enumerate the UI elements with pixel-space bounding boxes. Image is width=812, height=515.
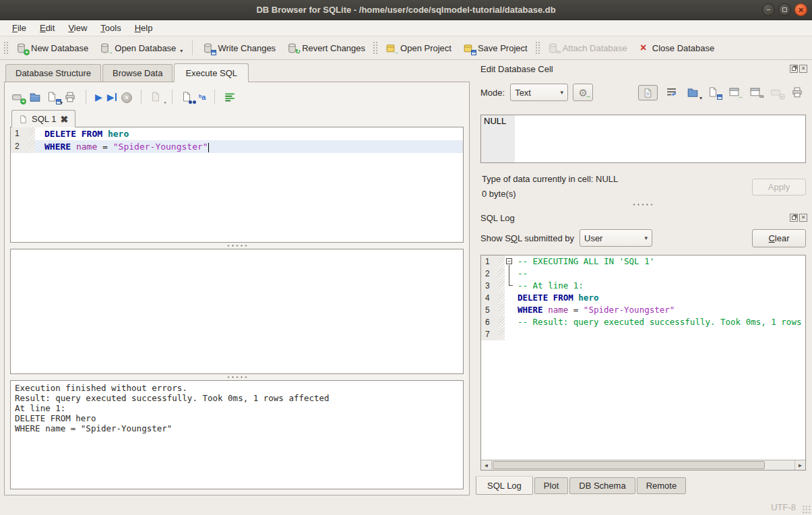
menu-file[interactable]: File: [5, 21, 33, 35]
message-line: WHERE name = "Spider-Youngster": [15, 423, 459, 433]
main-toolbar: + New Database → Open Database ▾ Write C…: [0, 36, 812, 60]
chevron-down-icon: ▾: [644, 235, 648, 241]
execute-current-line-icon[interactable]: ▶: [107, 91, 117, 103]
dock-splitter[interactable]: [474, 203, 812, 206]
maximize-icon: [782, 7, 787, 12]
code-line[interactable]: 5WHERE name = "Spider-Youngster": [481, 304, 805, 316]
tab-database-structure[interactable]: Database Structure: [5, 64, 101, 82]
close-button[interactable]: ×: [794, 3, 807, 16]
toolbar-grip[interactable]: [535, 41, 540, 55]
scroll-left-icon[interactable]: ◀: [481, 460, 492, 470]
close-database-button[interactable]: × Close Database: [633, 40, 720, 56]
open-database-button[interactable]: → Open Database ▾: [94, 40, 188, 57]
attach-database-button[interactable]: ∞ Attach Database: [542, 40, 633, 57]
sql-editor[interactable]: 1DELETE FROM hero2WHERE name = "Spider-Y…: [10, 127, 464, 243]
open-database-dropdown-caret[interactable]: ▾: [180, 48, 183, 54]
fold-margin: [505, 316, 516, 328]
menu-view[interactable]: View: [61, 21, 94, 35]
menu-tools[interactable]: Tools: [94, 21, 127, 35]
close-panel-icon[interactable]: ✕: [799, 214, 807, 222]
apply-button[interactable]: Apply: [752, 179, 806, 195]
toolbar-grip[interactable]: [3, 41, 8, 55]
code-text: WHERE name = "Spider-Youngster": [516, 304, 805, 316]
text-cursor: [208, 143, 210, 152]
save-sql-file-icon[interactable]: ▾: [46, 91, 59, 103]
close-panel-icon[interactable]: ✕: [799, 65, 807, 73]
format-sql-icon[interactable]: ᵇa: [199, 91, 206, 103]
auto-format-icon[interactable]: [224, 91, 237, 103]
new-sql-tab-icon[interactable]: +: [11, 91, 24, 103]
scrollbar-thumb[interactable]: [493, 461, 765, 469]
fold-margin: [505, 328, 516, 340]
minimize-button[interactable]: −: [762, 3, 775, 16]
project-open-icon: →: [385, 42, 397, 54]
code-line[interactable]: 7: [481, 328, 805, 340]
code-line[interactable]: 2WHERE name = "Spider-Youngster": [11, 140, 463, 153]
clear-log-button[interactable]: Clear: [752, 229, 806, 247]
cell-size-info: 0 byte(s): [482, 189, 516, 199]
code-text: [516, 328, 805, 340]
code-line[interactable]: 3-- At line 1:: [481, 280, 805, 292]
new-database-button[interactable]: + New Database: [10, 40, 94, 57]
menu-bar: File Edit View Tools Help: [0, 20, 812, 36]
close-sql-tab-icon[interactable]: ✖: [60, 115, 68, 123]
sql-log-title: SQL Log: [480, 213, 515, 223]
float-panel-icon[interactable]: [790, 214, 798, 222]
tab-browse-data[interactable]: Browse Data: [102, 64, 173, 82]
resize-grip[interactable]: [802, 505, 811, 514]
menu-edit[interactable]: Edit: [33, 21, 61, 35]
print-sql-icon[interactable]: [64, 91, 77, 103]
log-horizontal-scrollbar[interactable]: ◀ ▶: [481, 460, 805, 470]
open-sql-file-icon[interactable]: [29, 91, 42, 103]
export-file-icon[interactable]: [708, 86, 720, 98]
toolbar-grip[interactable]: [373, 41, 377, 55]
menu-help[interactable]: Help: [128, 21, 160, 35]
maximize-button[interactable]: [778, 3, 791, 16]
revert-changes-button[interactable]: ↻ Revert Changes: [281, 40, 371, 57]
print-cell-icon[interactable]: [791, 86, 804, 98]
find-replace-icon[interactable]: [181, 91, 194, 103]
import-file-icon[interactable]: ▾: [687, 86, 699, 98]
text-mode-icon[interactable]: [638, 85, 658, 100]
code-line[interactable]: 4DELETE FROM hero: [481, 292, 805, 304]
sql-1-tab[interactable]: SQL 1 ✖: [11, 110, 75, 127]
code-line[interactable]: 1−-- EXECUTING ALL IN 'SQL 1': [481, 255, 805, 268]
tab-db-schema[interactable]: DB Schema: [569, 477, 635, 494]
fold-margin[interactable]: −: [505, 255, 516, 268]
code-line[interactable]: 1DELETE FROM hero: [11, 127, 463, 140]
tab-sql-log[interactable]: SQL Log: [476, 476, 533, 495]
results-grid[interactable]: [10, 249, 464, 374]
mode-label: Mode:: [480, 88, 505, 98]
word-wrap-icon[interactable]: [666, 86, 679, 98]
horizontal-splitter[interactable]: [10, 374, 464, 380]
tab-execute-sql[interactable]: Execute SQL: [174, 63, 249, 82]
tab-remote[interactable]: Remote: [637, 477, 687, 494]
horizontal-splitter[interactable]: [10, 243, 464, 249]
mode-combobox[interactable]: Text ▾: [510, 84, 568, 101]
code-text: -- EXECUTING ALL IN 'SQL 1': [516, 255, 805, 268]
tab-plot[interactable]: Plot: [534, 477, 568, 494]
save-project-button[interactable]: Save Project: [457, 40, 533, 57]
message-line: At line 1:: [15, 403, 459, 413]
execution-message-pane[interactable]: Execution finished without errors.Result…: [10, 380, 464, 489]
line-number: 3: [481, 280, 499, 292]
write-changes-button[interactable]: Write Changes: [197, 40, 281, 57]
edit-cell-title: Edit Database Cell: [480, 64, 553, 74]
code-line[interactable]: 2--: [481, 268, 805, 280]
cell-value-editor[interactable]: NULL: [480, 115, 806, 163]
link-icon[interactable]: ∞: [749, 86, 762, 98]
float-panel-icon[interactable]: [790, 65, 798, 73]
line-number: 2: [481, 268, 499, 280]
save-results-icon[interactable]: ▾: [150, 91, 163, 103]
open-external-icon[interactable]: →: [728, 86, 741, 98]
set-null-icon[interactable]: −: [770, 86, 783, 98]
database-open-icon: →: [99, 42, 111, 54]
execute-all-icon[interactable]: ▶: [95, 91, 102, 103]
submitted-by-combobox[interactable]: User ▾: [580, 229, 652, 247]
auto-switch-mode-button[interactable]: ⚙ →: [573, 84, 593, 101]
sql-log-view[interactable]: 1−-- EXECUTING ALL IN 'SQL 1'2--3-- At l…: [480, 255, 806, 471]
open-project-button[interactable]: → Open Project: [379, 40, 457, 57]
scroll-right-icon[interactable]: ▶: [794, 460, 805, 470]
stop-icon[interactable]: ×: [121, 92, 132, 103]
code-line[interactable]: 6-- Result: query executed successfully.…: [481, 316, 805, 328]
